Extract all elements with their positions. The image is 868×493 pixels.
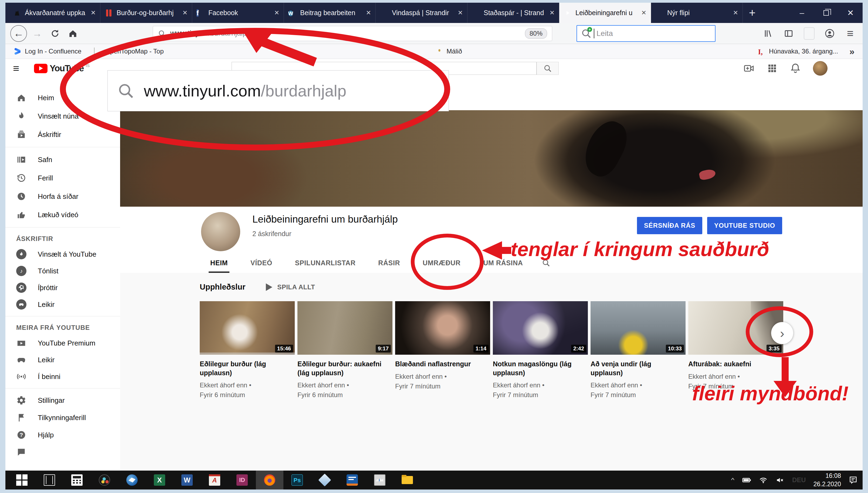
sidebar-item-gaming[interactable]: Leikir <box>5 296 120 313</box>
new-tab-button[interactable]: + <box>743 3 762 23</box>
back-button[interactable]: ← <box>10 25 27 42</box>
diamond-app-icon[interactable] <box>311 471 339 490</box>
apps-grid-icon[interactable] <box>767 63 778 74</box>
sidebar-item-feedback-partial[interactable] <box>5 444 120 461</box>
youtube-studio-button[interactable]: YOUTUBE STUDIO <box>707 217 782 234</box>
tab-close-icon[interactable]: ✕ <box>458 9 463 17</box>
bookmark-hunavaka[interactable]: Húnavaka, 36. árgang... <box>758 47 838 56</box>
bookmark-confluence[interactable]: Log In - Confluence <box>14 47 81 56</box>
taskbar-clock[interactable]: 16:08 26.2.2020 <box>814 472 841 488</box>
sparda-bank-icon[interactable] <box>339 471 366 490</box>
channel-tab-about[interactable]: UM RÁSINA <box>472 253 534 273</box>
account-icon[interactable] <box>822 26 837 41</box>
channel-tab-channels[interactable]: RÁSIR <box>367 253 411 273</box>
task-view-button[interactable] <box>36 471 63 490</box>
keyboard-language-badge[interactable]: DEU <box>792 476 806 484</box>
video-card[interactable]: 2:42 Notkun magaslöngu (lág upplausn) Ek… <box>493 301 588 400</box>
video-thumbnail[interactable]: 9:17 <box>297 301 392 355</box>
zoom-level-badge[interactable]: 80% <box>525 28 547 39</box>
guide-menu-icon[interactable]: ≡ <box>13 62 30 74</box>
reload-button[interactable] <box>47 26 63 41</box>
video-card[interactable]: 3:35 Afturábak: aukaefni Ekkert áhorf en… <box>688 301 783 400</box>
channel-tab-discussion[interactable]: UMRÆÐUR <box>411 253 472 273</box>
tab-vindaspa[interactable]: Vindaspá | Strandir ✕ <box>376 3 467 23</box>
tab-close-icon[interactable]: ✕ <box>733 9 738 17</box>
bookmarks-overflow-icon[interactable]: » <box>849 46 854 57</box>
youtube-logo[interactable]: YouTube IS <box>34 63 90 73</box>
action-center-icon[interactable] <box>849 475 858 485</box>
video-thumbnail[interactable]: 2:42 <box>493 301 588 355</box>
tab-stadaspar[interactable]: Staðaspár - | Strand ✕ <box>467 3 559 23</box>
sidebar-item-popular-on-youtube[interactable]: Vinsælt á YouTube <box>5 246 120 262</box>
tab-close-icon[interactable]: ✕ <box>182 9 188 17</box>
forward-button[interactable]: → <box>30 26 45 41</box>
battery-icon[interactable] <box>742 475 751 485</box>
account-avatar[interactable] <box>813 61 827 76</box>
channel-tab-heim[interactable]: HEIM <box>199 253 239 273</box>
tab-new-tab-page[interactable]: Nýr flipi ✕ <box>651 3 743 23</box>
sidebar-item-library[interactable]: Safn <box>5 150 120 169</box>
video-card[interactable]: 15:46 Eðlilegur burður (lág upplausn) Ek… <box>200 301 295 400</box>
video-title[interactable]: Notkun magaslöngu (lág upplausn) <box>493 360 588 377</box>
davinci-resolve-icon[interactable] <box>91 471 118 490</box>
channel-avatar[interactable] <box>201 212 240 251</box>
notifications-bell-icon[interactable] <box>790 63 801 74</box>
excel-icon[interactable] <box>146 471 173 490</box>
minimize-button[interactable]: – <box>790 3 814 23</box>
sidebar-item-report-history[interactable]: Tilkynningaferill <box>5 409 120 426</box>
create-video-icon[interactable] <box>743 63 755 74</box>
channel-tab-playlists[interactable]: SPILUNARLISTAR <box>284 253 367 273</box>
sidebar-item-premium[interactable]: YouTube Premium <box>5 335 120 351</box>
sidebars-icon[interactable] <box>781 26 796 41</box>
sidebar-item-leikir[interactable]: Leikir <box>5 351 120 368</box>
calculator-icon[interactable] <box>63 471 91 490</box>
video-title[interactable]: Blæðandi naflastrengur <box>395 360 490 368</box>
sidebar-item-liked-videos[interactable]: Lækuð vídeó <box>5 206 120 224</box>
home-button[interactable] <box>65 26 81 41</box>
video-thumbnail[interactable]: 15:46 <box>200 301 295 355</box>
start-button[interactable] <box>8 471 36 490</box>
firefox-taskbar-icon[interactable] <box>256 471 283 490</box>
tab-close-icon[interactable]: ✕ <box>641 9 646 17</box>
indesign-icon[interactable] <box>228 471 256 490</box>
volume-muted-icon[interactable] <box>775 475 784 485</box>
photoshop-icon[interactable] <box>283 471 311 490</box>
sidebar-item-heim[interactable]: Heim <box>5 89 120 107</box>
sidebar-item-sports[interactable]: ⚽ Íþróttir <box>5 279 120 296</box>
video-card[interactable]: 10:33 Að venja undir (lág upplausn) Ekke… <box>591 301 686 400</box>
next-videos-arrow-button[interactable]: › <box>771 322 793 344</box>
tab-wordpress[interactable]: Beitrag bearbeiten ✕ <box>284 3 376 23</box>
acrobat-icon[interactable] <box>201 471 228 490</box>
tray-expand-icon[interactable]: ^ <box>731 477 734 484</box>
channel-search-icon[interactable] <box>542 253 550 273</box>
video-title[interactable]: Afturábak: aukaefni <box>688 360 783 368</box>
tab-akvardanatre[interactable]: Ákvarðanatré uppka ✕ <box>9 3 100 23</box>
wifi-icon[interactable] <box>759 475 768 485</box>
tab-close-icon[interactable]: ✕ <box>366 9 371 17</box>
sidebar-item-trending[interactable]: Vinsælt núna <box>5 107 120 125</box>
bookmark-opentopomap[interactable]: OpenTopoMap - Top <box>94 47 164 56</box>
extension-icon[interactable] <box>802 26 817 41</box>
search-input[interactable]: + Leita <box>576 25 715 42</box>
video-title[interactable]: Að venja undir (lág upplausn) <box>591 360 686 377</box>
channel-tab-video[interactable]: VÍDEÓ <box>239 253 284 273</box>
youtube-search-button[interactable] <box>536 62 559 75</box>
video-title[interactable]: Eðlilegur burður: aukaefni (lág upplausn… <box>297 360 392 377</box>
close-window-button[interactable]: ✕ <box>838 3 863 23</box>
sidebar-item-history[interactable]: Ferill <box>5 169 120 187</box>
tab-facebook[interactable]: Facebook ✕ <box>192 3 284 23</box>
bookmark-malid[interactable]: Málið <box>435 47 462 56</box>
video-card[interactable]: 1:14 Blæðandi naflastrengur Ekkert áhorf… <box>395 301 490 400</box>
url-bar[interactable]: www.tinyurl/burdarhjalp 80% <box>153 26 552 41</box>
customize-channel-button[interactable]: SÉRSNÍÐA RÁS <box>637 217 702 234</box>
word-icon[interactable] <box>173 471 201 490</box>
sidebar-item-help[interactable]: Hjálp <box>5 426 120 444</box>
file-explorer-icon[interactable] <box>393 471 421 490</box>
tab-close-icon[interactable]: ✕ <box>274 9 279 17</box>
menu-icon[interactable]: ≡ <box>843 26 858 41</box>
video-thumbnail[interactable]: 1:14 <box>395 301 490 355</box>
sidebar-item-settings[interactable]: Stillingar <box>5 392 120 409</box>
tab-leidbeiningarefni-active[interactable]: Leiðbeiningarefni u ✕ <box>559 3 651 23</box>
tab-close-icon[interactable]: ✕ <box>91 9 96 17</box>
sidebar-item-watch-later[interactable]: Horfa á síðar <box>5 187 120 206</box>
